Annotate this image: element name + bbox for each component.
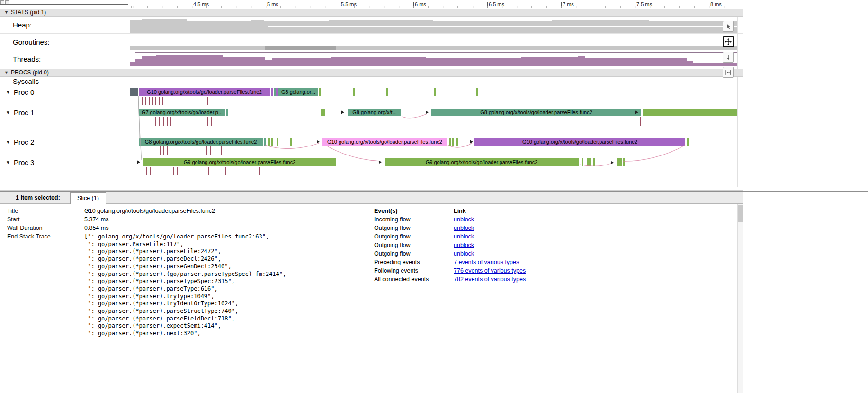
proc-row-label[interactable]: ▼Proc 0 [6, 88, 34, 96]
event-link[interactable]: 782 events of various types [454, 276, 526, 283]
event-link[interactable]: unblock [454, 233, 474, 240]
trace-slice[interactable]: G8 golang.org/x/t... [348, 109, 401, 116]
instant-event-tick[interactable] [163, 146, 164, 155]
trace-slice[interactable] [271, 138, 273, 146]
scrollbar-thumb[interactable] [738, 205, 743, 222]
trace-slice[interactable]: G8 golang.org/x/tools/go/loader.parseFil… [431, 109, 641, 116]
trace-slice[interactable] [290, 138, 292, 146]
instant-event-tick[interactable] [159, 117, 160, 126]
trace-slice[interactable] [276, 88, 278, 96]
selection-tool-button[interactable] [723, 21, 734, 32]
instant-event-tick[interactable] [221, 146, 222, 155]
trace-slice[interactable] [434, 88, 436, 96]
instant-event-tick[interactable] [149, 97, 150, 105]
instant-event-tick[interactable] [150, 167, 151, 175]
event-link[interactable]: unblock [454, 250, 474, 257]
trace-slice[interactable] [456, 138, 458, 146]
instant-event-tick[interactable] [162, 97, 163, 105]
instant-event-tick[interactable] [207, 97, 208, 105]
collapse-triangle-icon[interactable]: ▼ [6, 90, 10, 95]
proc-row-label[interactable]: ▼Proc 1 [6, 109, 34, 116]
trace-slice[interactable] [449, 138, 451, 146]
instant-event-tick[interactable] [142, 97, 143, 105]
detail-field-value: [": golang.org/x/tools/go/loader.parseFi… [84, 232, 286, 338]
trace-slice[interactable] [582, 158, 583, 166]
trace-slice[interactable] [274, 88, 276, 96]
event-link[interactable]: unblock [454, 242, 474, 248]
instant-event-tick[interactable] [640, 117, 641, 126]
instant-event-tick[interactable] [160, 146, 161, 155]
vertical-scrollbar[interactable] [737, 204, 743, 393]
event-link[interactable]: 776 events of various types [454, 267, 526, 274]
trace-slice[interactable]: G9 golang.org/x/tools/go/loader.parseFil… [385, 158, 579, 166]
instant-event-tick[interactable] [167, 146, 168, 155]
instant-event-tick[interactable] [208, 167, 209, 175]
proc-row-label[interactable]: ▼Proc 2 [6, 138, 34, 146]
trace-slice[interactable] [452, 138, 454, 146]
trace-slice[interactable]: G10 golang.org/x/tools/go/loader.parseFi… [322, 138, 447, 146]
event-link[interactable]: 7 events of various types [454, 259, 519, 265]
tab-slice[interactable]: Slice (1) [70, 192, 106, 204]
collapse-triangle-icon[interactable]: ▼ [4, 69, 9, 76]
trace-slice[interactable] [623, 158, 625, 166]
trace-slice[interactable] [617, 158, 622, 166]
trace-slice[interactable] [587, 158, 591, 166]
trace-slice[interactable] [476, 88, 478, 96]
timing-tool-button[interactable] [723, 67, 734, 78]
collapse-triangle-icon[interactable]: ▼ [6, 139, 10, 145]
trace-slice[interactable] [323, 109, 325, 116]
zoom-tool-button[interactable] [723, 52, 734, 63]
section-header-stats[interactable]: ▼ STATS (pid 1) [0, 9, 743, 17]
instant-event-tick[interactable] [155, 97, 156, 105]
instant-event-tick[interactable] [259, 167, 260, 175]
instant-event-tick[interactable] [152, 117, 152, 126]
instant-event-tick[interactable] [159, 97, 160, 105]
trace-slice[interactable] [130, 88, 138, 96]
stats-charts[interactable] [0, 0, 743, 191]
instant-event-tick[interactable] [170, 167, 170, 175]
trace-slice[interactable]: G9 golang.org/x/tools/go/loader.parseFil… [143, 158, 336, 166]
instant-event-tick[interactable] [146, 167, 147, 175]
trace-slice[interactable]: G10 golang.org/x/tools/go/loader.parseFi… [474, 138, 685, 146]
instant-event-tick[interactable] [145, 97, 146, 105]
collapse-triangle-icon[interactable]: ▼ [6, 110, 10, 115]
instant-event-tick[interactable] [207, 117, 208, 126]
trace-slice[interactable] [226, 109, 228, 116]
proc-row-label[interactable]: ▼Proc 3 [6, 158, 34, 166]
trace-slice[interactable] [386, 88, 388, 96]
event-link[interactable]: unblock [454, 216, 474, 223]
instant-event-tick[interactable] [206, 146, 207, 155]
trace-timeline-view[interactable]: 4.5 ms5 ms5.5 ms6 ms6.5 ms7 ms7.5 ms8 ms… [0, 0, 743, 191]
instant-event-tick[interactable] [167, 117, 168, 126]
trace-slice[interactable]: G8 golang.org/x/tools/go/loader.parseFil… [139, 138, 263, 146]
trace-slice[interactable] [353, 88, 355, 96]
trace-slice[interactable]: G10 golang.org/x/tools/go/loader.parseFi… [139, 88, 270, 96]
instant-event-tick[interactable] [152, 97, 153, 105]
instant-event-tick[interactable] [177, 167, 178, 175]
trace-slice[interactable]: G8 golang.or... [278, 88, 318, 96]
trace-slice[interactable] [643, 109, 737, 116]
trace-slice[interactable] [593, 158, 595, 166]
collapse-triangle-icon[interactable]: ▼ [4, 9, 9, 16]
down-arrow-icon [725, 54, 732, 61]
instant-event-tick[interactable] [211, 117, 212, 126]
trace-slice[interactable] [264, 138, 266, 146]
pan-tool-button[interactable] [723, 36, 734, 47]
trace-slice[interactable] [687, 138, 689, 146]
collapse-triangle-icon[interactable]: ▼ [6, 160, 10, 165]
detail-field-value: G10 golang.org/x/tools/go/loader.parseFi… [84, 207, 215, 215]
events-header-cell: Link [454, 207, 466, 215]
trace-slice[interactable]: G7 golang.org/x/tools/go/loader.p... [139, 109, 225, 116]
trace-slice[interactable] [268, 138, 270, 146]
trace-slice[interactable] [271, 88, 273, 96]
instant-event-tick[interactable] [155, 117, 156, 126]
instant-event-tick[interactable] [173, 167, 174, 175]
section-header-procs[interactable]: ▼ PROCS (pid 0) [0, 69, 743, 77]
event-link[interactable]: unblock [454, 225, 474, 231]
trace-slice[interactable] [319, 88, 321, 96]
trace-slice[interactable] [277, 138, 278, 146]
instant-event-tick[interactable] [163, 117, 164, 126]
instant-event-tick[interactable] [225, 167, 226, 175]
instant-event-tick[interactable] [210, 146, 211, 155]
instant-event-tick[interactable] [170, 117, 171, 126]
